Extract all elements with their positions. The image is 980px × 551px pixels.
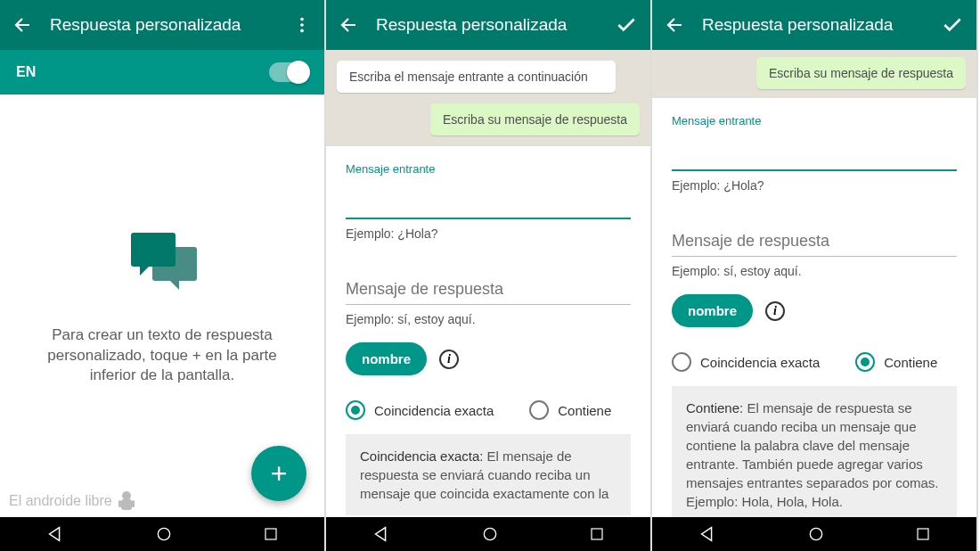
incoming-input[interactable]	[672, 142, 957, 171]
confirm-check-icon[interactable]	[615, 13, 638, 37]
radio-contains[interactable]: Contiene	[855, 352, 937, 372]
name-chip[interactable]: nombre	[672, 294, 753, 327]
nav-home-icon[interactable]	[481, 525, 499, 543]
incoming-label: Mensaje entrante	[672, 114, 957, 127]
app-bar: Respuesta personalizada	[652, 0, 976, 50]
svg-point-1	[300, 23, 304, 27]
match-mode-radio-group: Coincidencia exacta Contiene	[672, 349, 957, 386]
reply-example: Ejemplo: sí, estoy aquí.	[346, 312, 631, 326]
confirm-check-icon[interactable]	[941, 13, 964, 37]
empty-state-text: Para crear un texto de respuesta persona…	[30, 325, 294, 387]
nav-back-icon[interactable]	[372, 524, 391, 544]
reply-example: Ejemplo: sí, estoy aquí.	[672, 264, 957, 278]
reply-input[interactable]	[672, 228, 957, 257]
reply-form: Mensaje entrante Ejemplo: ¿Hola? Ejemplo…	[652, 98, 976, 517]
back-arrow-icon[interactable]	[12, 14, 34, 36]
radio-exact[interactable]: Coincidencia exacta	[346, 400, 494, 420]
chat-preview: Escriba su mensaje de respuesta	[652, 50, 976, 98]
radio-icon	[529, 400, 549, 420]
language-bar: EN	[0, 50, 324, 95]
android-navbar	[0, 517, 324, 551]
radio-exact[interactable]: Coincidencia exacta	[672, 352, 820, 372]
svg-rect-10	[265, 529, 276, 539]
incoming-example: Ejemplo: ¿Hola?	[672, 178, 957, 193]
back-arrow-icon[interactable]	[665, 14, 686, 36]
screen-edit-exact: Respuesta personalizada Escriba el mensa…	[326, 0, 652, 551]
match-mode-info: Coincidencia exacta: El mensaje de respu…	[346, 434, 631, 515]
watermark: El androide libre	[9, 489, 137, 514]
outgoing-bubble: Escriba su mensaje de respuesta	[756, 57, 966, 89]
app-bar: Respuesta personalizada	[326, 0, 650, 50]
nav-back-icon[interactable]	[698, 524, 717, 544]
svg-point-0	[300, 18, 304, 21]
svg-rect-8	[132, 500, 135, 507]
incoming-input[interactable]	[346, 190, 631, 219]
svg-point-11	[484, 528, 495, 539]
chat-preview: Escriba el mensaje entrante a continuaci…	[326, 50, 650, 146]
svg-rect-12	[592, 529, 602, 539]
reply-input[interactable]	[346, 276, 631, 305]
svg-point-9	[158, 528, 169, 539]
back-arrow-icon[interactable]	[339, 14, 360, 36]
incoming-example: Ejemplo: ¿Hola?	[346, 226, 631, 241]
add-fab[interactable]: +	[251, 446, 306, 501]
info-icon[interactable]: i	[765, 301, 785, 321]
outgoing-bubble: Escriba su mensaje de respuesta	[430, 103, 640, 136]
incoming-bubble: Escriba el mensaje entrante a continuaci…	[337, 61, 616, 93]
svg-point-5	[122, 491, 131, 500]
svg-rect-14	[918, 529, 928, 539]
radio-contains[interactable]: Contiene	[529, 400, 611, 420]
android-navbar	[652, 517, 976, 551]
svg-point-2	[300, 29, 304, 33]
more-vert-icon[interactable]	[292, 15, 312, 35]
app-bar: Respuesta personalizada	[0, 0, 324, 50]
screen-empty-state: Respuesta personalizada EN Para crear un…	[0, 0, 326, 551]
name-chip[interactable]: nombre	[346, 342, 427, 375]
svg-point-13	[810, 528, 821, 539]
chat-bubbles-icon	[122, 226, 202, 300]
nav-home-icon[interactable]	[807, 525, 825, 543]
language-toggle[interactable]	[269, 62, 308, 82]
page-title: Respuesta personalizada	[376, 15, 599, 35]
language-code[interactable]: EN	[16, 64, 36, 80]
radio-icon	[346, 400, 365, 420]
page-title: Respuesta personalizada	[702, 15, 925, 35]
incoming-label: Mensaje entrante	[346, 162, 631, 176]
info-icon[interactable]: i	[439, 350, 459, 369]
radio-icon	[855, 352, 875, 372]
nav-recent-icon[interactable]	[589, 526, 605, 542]
page-title: Respuesta personalizada	[50, 15, 276, 35]
nav-home-icon[interactable]	[155, 525, 173, 543]
nav-recent-icon[interactable]	[263, 526, 279, 542]
android-navbar	[326, 517, 650, 551]
reply-form: Mensaje entrante Ejemplo: ¿Hola? Ejemplo…	[326, 146, 650, 517]
svg-rect-6	[121, 499, 132, 510]
nav-recent-icon[interactable]	[915, 526, 931, 542]
radio-icon	[672, 352, 691, 372]
svg-rect-7	[118, 500, 121, 507]
svg-rect-4	[131, 233, 176, 267]
match-mode-radio-group: Coincidencia exacta Contiene	[346, 397, 631, 434]
nav-back-icon[interactable]	[45, 524, 65, 544]
match-mode-info: Contiene: El mensaje de respuesta se env…	[672, 386, 957, 517]
screen-edit-contains: Respuesta personalizada Escriba su mensa…	[652, 0, 978, 551]
